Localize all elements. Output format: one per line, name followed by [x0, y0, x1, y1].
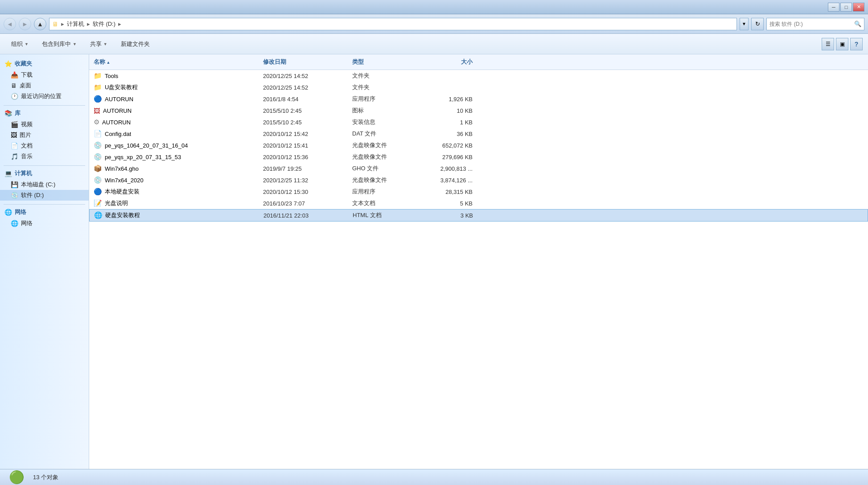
include-library-button[interactable]: 包含到库中 ▼ — [36, 37, 82, 52]
table-row[interactable]: 📝 光盘说明 2016/10/23 7:07 文本文档 5 KB — [89, 197, 868, 209]
table-row[interactable]: 📄 Config.dat 2020/10/12 15:42 DAT 文件 36 … — [89, 128, 868, 140]
video-icon: 🎬 — [11, 121, 18, 128]
table-row[interactable]: 🌐 硬盘安装教程 2016/11/21 22:03 HTML 文档 3 KB — [89, 209, 868, 222]
sidebar-item-pictures[interactable]: 🖼 图片 — [0, 130, 89, 140]
view-mode-button[interactable]: ☰ — [822, 38, 834, 50]
table-row[interactable]: 💿 pe_yqs_xp_20_07_31_15_53 2020/10/12 15… — [89, 151, 868, 163]
back-button[interactable]: ◄ — [4, 18, 16, 30]
file-type-icon: 💿 — [94, 176, 102, 184]
file-date-cell: 2020/10/12 15:41 — [259, 141, 348, 150]
file-size-cell — [419, 75, 477, 77]
table-row[interactable]: 📁 Tools 2020/12/25 14:52 文件夹 — [89, 70, 868, 82]
new-folder-button[interactable]: 新建文件夹 — [115, 37, 156, 52]
refresh-button[interactable]: ↻ — [751, 18, 764, 30]
search-icon: 🔍 — [854, 21, 861, 27]
sidebar-item-local-c[interactable]: 💾 本地磁盘 (C:) — [0, 179, 89, 190]
file-name-text: 本地硬盘安装 — [105, 188, 140, 196]
table-row[interactable]: 💿 Win7x64_2020 2020/12/25 11:32 光盘映像文件 3… — [89, 174, 868, 186]
address-drive[interactable]: 软件 (D:) — [93, 20, 115, 28]
desktop-icon: 🖥 — [11, 82, 17, 89]
sidebar-item-recent[interactable]: 🕐 最近访问的位置 — [0, 91, 89, 102]
file-date-cell: 2020/12/25 14:52 — [259, 83, 348, 92]
file-list-header: 名称 修改日期 类型 大小 — [89, 54, 868, 70]
column-type-header[interactable]: 类型 — [348, 56, 419, 68]
file-size-cell: 1 KB — [419, 118, 477, 127]
file-type-cell: 应用程序 — [348, 187, 419, 197]
file-date-cell: 2019/9/7 19:25 — [259, 164, 348, 173]
sidebar-item-software-d[interactable]: 💿 软件 (D:) — [0, 190, 89, 201]
sidebar-item-music[interactable]: 🎵 音乐 — [0, 151, 89, 162]
table-row[interactable]: 🔵 AUTORUN 2016/1/8 4:54 应用程序 1,926 KB — [89, 93, 868, 105]
column-name-header[interactable]: 名称 — [89, 56, 259, 68]
file-date-cell: 2020/12/25 14:52 — [259, 72, 348, 80]
title-bar-buttons: ─ □ ✕ — [828, 3, 864, 12]
forward-button[interactable]: ► — [19, 18, 31, 30]
table-row[interactable]: 📁 U盘安装教程 2020/12/25 14:52 文件夹 — [89, 82, 868, 93]
organize-button[interactable]: 组织 ▼ — [5, 37, 34, 52]
file-type-icon: 🖼 — [94, 107, 100, 115]
sidebar-item-download[interactable]: 📥 下载 — [0, 70, 89, 80]
help-button[interactable]: ? — [850, 38, 863, 50]
favorites-group-header[interactable]: ⭐ 收藏夹 — [0, 58, 89, 70]
download-icon: 📥 — [11, 71, 18, 78]
file-type-cell: 光盘映像文件 — [348, 140, 419, 150]
file-date-cell: 2020/10/12 15:42 — [259, 130, 348, 138]
file-date-cell: 2016/10/23 7:07 — [259, 199, 348, 208]
toolbar: 组织 ▼ 包含到库中 ▼ 共享 ▼ 新建文件夹 ☰ ▣ ? — [0, 34, 868, 54]
sidebar-item-desktop[interactable]: 🖥 桌面 — [0, 80, 89, 91]
file-list-body: 📁 Tools 2020/12/25 14:52 文件夹 📁 U盘安装教程 20… — [89, 70, 868, 469]
sidebar-item-pictures-label: 图片 — [20, 131, 31, 139]
file-type-cell: 应用程序 — [348, 94, 419, 104]
search-input[interactable] — [769, 21, 852, 27]
network-group-header[interactable]: 🌐 网络 — [0, 206, 89, 218]
network-label: 网络 — [15, 208, 26, 216]
sidebar-divider-2 — [4, 165, 85, 166]
sidebar-item-local-c-label: 本地磁盘 (C:) — [21, 181, 55, 189]
file-size-cell — [419, 86, 477, 88]
close-button[interactable]: ✕ — [853, 3, 864, 12]
new-folder-label: 新建文件夹 — [121, 40, 150, 48]
minimize-button[interactable]: ─ — [828, 3, 839, 12]
status-app-icon: 🟢 — [7, 471, 26, 484]
file-type-icon: 🔵 — [94, 188, 102, 196]
file-name-text: pe_yqs_1064_20_07_31_16_04 — [105, 142, 188, 149]
documents-icon: 📄 — [11, 142, 18, 149]
sidebar-item-video[interactable]: 🎬 视频 — [0, 119, 89, 130]
address-sep-3: ► — [117, 21, 122, 27]
up-button[interactable]: ▲ — [34, 18, 46, 30]
computer-group-header[interactable]: 💻 计算机 — [0, 168, 89, 179]
preview-pane-button[interactable]: ▣ — [836, 38, 848, 50]
column-size-header[interactable]: 大小 — [419, 56, 477, 68]
share-button[interactable]: 共享 ▼ — [84, 37, 113, 52]
table-row[interactable]: ⚙ AUTORUN 2015/5/10 2:45 安装信息 1 KB — [89, 116, 868, 128]
file-name-cell: 🌐 硬盘安装教程 — [90, 210, 259, 220]
file-type-cell: GHO 文件 — [348, 164, 419, 173]
sidebar-item-download-label: 下载 — [21, 71, 33, 79]
table-row[interactable]: 💿 pe_yqs_1064_20_07_31_16_04 2020/10/12 … — [89, 140, 868, 151]
library-group-header[interactable]: 📚 库 — [0, 107, 89, 119]
table-row[interactable]: 📦 Win7x64.gho 2019/9/7 19:25 GHO 文件 2,90… — [89, 163, 868, 174]
music-icon: 🎵 — [11, 153, 18, 160]
sidebar-item-documents[interactable]: 📄 文档 — [0, 140, 89, 151]
file-type-icon: 🌐 — [94, 211, 103, 219]
file-name-text: AUTORUN — [102, 119, 131, 126]
search-bar[interactable]: 🔍 — [766, 18, 864, 30]
table-row[interactable]: 🖼 AUTORUN 2015/5/10 2:45 图标 10 KB — [89, 105, 868, 116]
file-date-cell: 2020/12/25 11:32 — [259, 176, 348, 185]
library-icon: 📚 — [4, 110, 12, 117]
maximize-button[interactable]: □ — [840, 3, 852, 12]
sidebar-item-network[interactable]: 🌐 网络 — [0, 218, 89, 229]
column-date-header[interactable]: 修改日期 — [259, 56, 348, 68]
computer-label: 计算机 — [15, 169, 32, 177]
favorites-icon: ⭐ — [4, 60, 12, 67]
address-dropdown[interactable]: ▼ — [740, 18, 749, 30]
file-type-icon: 📄 — [94, 130, 102, 138]
file-name-cell: 💿 Win7x64_2020 — [89, 175, 259, 185]
address-bar: 🖥 ► 计算机 ► 软件 (D:) ► — [49, 18, 737, 30]
address-computer[interactable]: 计算机 — [67, 20, 84, 28]
table-row[interactable]: 🔵 本地硬盘安装 2020/10/12 15:30 应用程序 28,315 KB — [89, 186, 868, 197]
file-name-cell: 🔵 本地硬盘安装 — [89, 187, 259, 197]
file-date-cell: 2015/5/10 2:45 — [259, 118, 348, 127]
status-count: 13 个对象 — [33, 473, 58, 481]
file-name-text: 光盘说明 — [105, 199, 128, 207]
